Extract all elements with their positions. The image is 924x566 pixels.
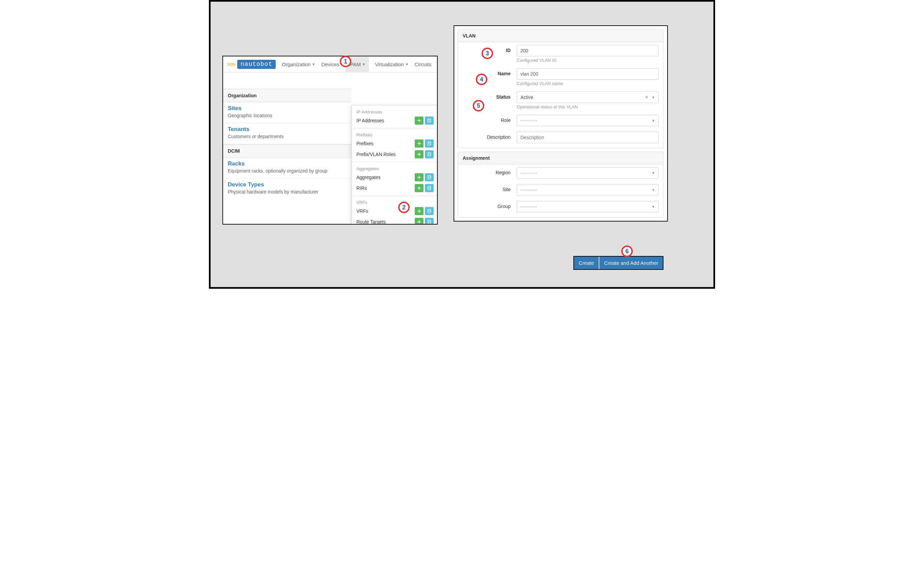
logo-chevrons: >>> bbox=[227, 61, 235, 68]
import-ip-addresses-button[interactable] bbox=[425, 116, 434, 125]
add-ip-addresses-button[interactable] bbox=[415, 116, 423, 125]
plus-icon bbox=[417, 220, 422, 224]
status-label: Status bbox=[463, 92, 517, 99]
caret-down-icon: ▼ bbox=[652, 96, 655, 99]
import-route-targets-button[interactable] bbox=[425, 218, 434, 224]
create-add-another-button[interactable]: Create and Add Another bbox=[598, 257, 663, 269]
status-select[interactable]: Active × ▼ bbox=[517, 92, 659, 103]
caret-down-icon: ▼ bbox=[652, 119, 655, 123]
database-icon bbox=[427, 220, 432, 224]
svg-point-1 bbox=[428, 142, 431, 143]
database-icon bbox=[427, 118, 432, 123]
entry-title: Racks bbox=[228, 160, 346, 167]
svg-point-3 bbox=[428, 175, 431, 177]
create-button[interactable]: Create bbox=[574, 257, 598, 269]
database-icon bbox=[427, 186, 432, 190]
dd-item-prefixes[interactable]: Prefixes bbox=[352, 138, 437, 149]
add-vrfs-button[interactable] bbox=[415, 207, 423, 215]
section-header-organization: Organization bbox=[223, 89, 351, 102]
assignment-form-panel: Assignment Region --------- ▼ Site -----… bbox=[458, 152, 664, 217]
svg-point-4 bbox=[428, 186, 431, 187]
entry-title: Device Types bbox=[228, 181, 346, 188]
add-rirs-button[interactable] bbox=[415, 184, 423, 192]
role-placeholder: --------- bbox=[520, 118, 538, 123]
import-rirs-button[interactable] bbox=[425, 184, 434, 192]
role-select[interactable]: --------- ▼ bbox=[517, 115, 659, 126]
svg-point-2 bbox=[428, 152, 431, 154]
site-select[interactable]: --------- ▼ bbox=[517, 184, 659, 196]
caret-down-icon: ▼ bbox=[652, 205, 655, 209]
site-placeholder: --------- bbox=[520, 187, 538, 193]
plus-icon bbox=[417, 152, 422, 157]
entry-device-types[interactable]: Device Types Physical hardware models by… bbox=[223, 179, 351, 199]
vlan-form-panel: VLAN ID Configured VLAN ID Name Configur… bbox=[458, 29, 664, 148]
svg-point-0 bbox=[428, 119, 431, 120]
callout-6: 6 bbox=[621, 245, 633, 257]
name-label: Name bbox=[463, 68, 517, 76]
database-icon bbox=[427, 209, 432, 214]
clear-status-icon[interactable]: × bbox=[645, 94, 648, 101]
svg-point-6 bbox=[428, 220, 431, 221]
dd-group-vrfs: VRFs bbox=[352, 198, 437, 206]
import-prefix-vlan-roles-button[interactable] bbox=[425, 150, 434, 158]
group-select[interactable]: --------- ▼ bbox=[517, 201, 659, 212]
dd-item-aggregates[interactable]: Aggregates bbox=[352, 172, 437, 183]
group-placeholder: --------- bbox=[520, 204, 538, 209]
plus-icon bbox=[417, 141, 422, 146]
region-placeholder: --------- bbox=[520, 170, 538, 176]
plus-icon bbox=[417, 118, 422, 123]
add-route-targets-button[interactable] bbox=[415, 218, 423, 224]
database-icon bbox=[427, 152, 432, 157]
assignment-panel-title: Assignment bbox=[458, 152, 663, 164]
role-label: Role bbox=[463, 115, 517, 123]
entry-desc: Equipment racks, optionally organized by… bbox=[228, 168, 346, 173]
caret-down-icon: ▼ bbox=[652, 188, 655, 192]
dd-item-rirs[interactable]: RIRs bbox=[352, 183, 437, 194]
svg-point-5 bbox=[428, 209, 431, 211]
logo[interactable]: >>> nautobot bbox=[227, 60, 276, 69]
import-vrfs-button[interactable] bbox=[425, 207, 434, 215]
dd-item-prefix-vlan-roles[interactable]: Prefix/VLAN Roles bbox=[352, 149, 437, 160]
dd-item-vrfs[interactable]: VRFs bbox=[352, 206, 437, 217]
nav-devices[interactable]: Devices bbox=[321, 62, 339, 67]
callout-3: 3 bbox=[482, 48, 493, 59]
description-label: Description bbox=[463, 132, 517, 140]
nav-virtualization[interactable]: Virtualization▼ bbox=[375, 62, 409, 67]
name-input[interactable] bbox=[517, 68, 659, 80]
callout-2: 2 bbox=[398, 202, 410, 213]
ipam-dropdown-menu: IP Addresses IP Addresses Prefixes Prefi… bbox=[351, 105, 437, 224]
add-prefix-vlan-roles-button[interactable] bbox=[415, 150, 423, 158]
entry-title: Tenants bbox=[228, 126, 346, 133]
logo-text: nautobot bbox=[237, 60, 276, 69]
entry-desc: Geographic locations bbox=[228, 113, 346, 118]
entry-tenants[interactable]: Tenants Customers or departments bbox=[223, 123, 351, 144]
callout-5: 5 bbox=[473, 100, 484, 111]
add-aggregates-button[interactable] bbox=[415, 173, 423, 181]
dd-item-ip-addresses[interactable]: IP Addresses bbox=[352, 115, 437, 126]
id-input[interactable] bbox=[517, 45, 659, 56]
import-prefixes-button[interactable] bbox=[425, 140, 434, 148]
nav-organization[interactable]: Organization▼ bbox=[282, 62, 315, 67]
section-header-dcim: DCIM bbox=[223, 144, 351, 158]
description-input[interactable] bbox=[517, 132, 659, 143]
region-select[interactable]: --------- ▼ bbox=[517, 167, 659, 179]
status-value: Active bbox=[520, 95, 533, 100]
site-label: Site bbox=[463, 184, 517, 192]
plus-icon bbox=[417, 209, 422, 214]
status-help: Operational status of this VLAN bbox=[517, 104, 659, 110]
import-aggregates-button[interactable] bbox=[425, 173, 434, 181]
add-prefixes-button[interactable] bbox=[415, 140, 423, 148]
entry-desc: Customers or departments bbox=[228, 134, 346, 139]
vlan-panel-title: VLAN bbox=[458, 30, 663, 42]
name-help: Configured VLAN name bbox=[517, 81, 659, 86]
entry-sites[interactable]: Sites Geographic locations bbox=[223, 102, 351, 123]
plus-icon bbox=[417, 186, 422, 190]
navigation-screenshot: >>> nautobot Organization▼ Devices IPAM▼… bbox=[222, 56, 438, 224]
nav-circuits[interactable]: Circuits bbox=[415, 62, 432, 67]
dd-item-route-targets[interactable]: Route Targets bbox=[352, 217, 437, 224]
plus-icon bbox=[417, 175, 422, 180]
entry-racks[interactable]: Racks Equipment racks, optionally organi… bbox=[223, 158, 351, 179]
dd-group-aggregates: Aggregates bbox=[352, 164, 437, 172]
dd-group-prefixes: Prefixes bbox=[352, 130, 437, 138]
dd-group-ip-addresses: IP Addresses bbox=[352, 107, 437, 115]
